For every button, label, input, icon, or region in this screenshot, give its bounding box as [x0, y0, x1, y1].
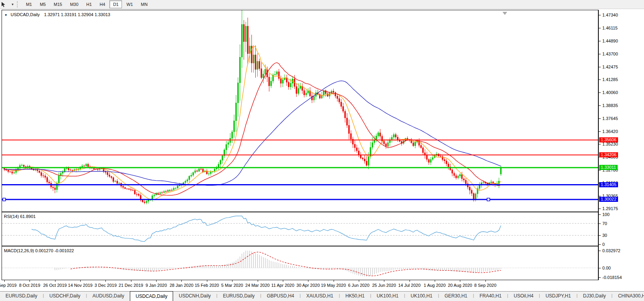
date-tick-label: 3 Dec 2019	[94, 283, 116, 288]
timeframe-button-w1[interactable]: W1	[123, 0, 137, 8]
chart-tab-dj30-daily[interactable]: DJ30,Daily	[578, 292, 611, 301]
chart-tab-usdcnh-daily[interactable]: USDCNH,Daily	[173, 292, 216, 301]
date-tick	[435, 280, 435, 282]
price-tick-label: 1.43700	[602, 52, 618, 56]
chart-shift-marker-icon[interactable]	[502, 12, 507, 15]
chart-ohlc-values: 1.32971 1.33191 1.32904 1.33013	[44, 12, 110, 17]
date-tick-label: 11 Apr 2020	[271, 283, 295, 288]
chart-tab-usdjpy-h1[interactable]: USDJPY,H1	[540, 292, 576, 301]
date-axis[interactable]: 19 Sep 20198 Oct 201926 Oct 201914 Nov 2…	[2, 280, 598, 291]
date-tick-label: 25 Jun 2020	[372, 283, 396, 288]
axis-tick	[599, 67, 601, 67]
macd-chart[interactable]	[2, 247, 598, 280]
date-tick-label: 8 Sep 2020	[474, 283, 496, 288]
axis-tick	[599, 54, 601, 54]
axis-tick	[599, 144, 601, 144]
axis-tick	[599, 105, 601, 106]
price-chart-panel[interactable]: ▼ USDCAD,Daily 1.32971 1.33191 1.32904 1…	[2, 10, 598, 211]
hline-handle[interactable]	[487, 198, 490, 201]
axis-tick	[599, 235, 601, 236]
timeframe-button-m1[interactable]: M1	[22, 0, 35, 8]
toolbar: ▼ M1M5M15M30H1H4D1W1MN	[0, 0, 644, 9]
price-tick-label: 1.38835	[602, 103, 618, 108]
chart-tab-audusd-daily[interactable]: AUDUSD,Daily	[87, 292, 130, 301]
chart-tab-usdchf-daily[interactable]: USDCHF,Daily	[44, 292, 86, 301]
chart-tab-hk50-h1[interactable]: HK50,H1	[340, 292, 370, 301]
date-tick	[283, 280, 283, 282]
price-tick-label: 1.42475	[602, 65, 618, 69]
date-tick	[384, 280, 384, 282]
macd-tick-label: -0.018154	[602, 275, 622, 280]
price-tick-label: 1.47340	[602, 13, 618, 17]
axis-tick	[599, 223, 601, 224]
chart-tab-ger30-h1[interactable]: GER30,H1	[439, 292, 473, 301]
axis-tick	[599, 79, 601, 80]
date-tick-label: 24 Mar 2020	[245, 283, 270, 288]
toolbar-grip[interactable]	[17, 1, 19, 7]
chart-tab-gbpusd-h4[interactable]: GBPUSD,H4	[261, 292, 299, 301]
date-tick	[131, 280, 131, 282]
date-tick-label: 20 Aug 2020	[448, 283, 472, 288]
axis-tick	[599, 118, 601, 119]
date-tick	[80, 280, 81, 282]
price-tick-label: 1.46115	[602, 26, 618, 30]
cursor-tool-button[interactable]	[0, 0, 11, 8]
date-tick	[181, 280, 182, 282]
axis-tick	[599, 268, 601, 268]
timeframe-button-m5[interactable]: M5	[36, 0, 49, 8]
chart-tab-usoil-h4[interactable]: USOil,H4	[508, 292, 539, 301]
chart-tab-fra40-h1[interactable]: FRA40,H1	[474, 292, 507, 301]
chart-tab-eurusd-daily[interactable]: EURUSD,Daily	[218, 292, 260, 301]
date-tick-label: 6 Jun 2020	[348, 283, 369, 288]
macd-tick-label: 0.00	[602, 266, 611, 270]
date-tick	[258, 280, 258, 282]
chart-menu-icon[interactable]: ▼	[4, 13, 7, 17]
rsi-chart[interactable]	[2, 212, 598, 246]
timeframe-button-m30[interactable]: M30	[66, 0, 82, 8]
axis-tick	[599, 277, 601, 278]
price-line-label-1.35606: 1.35606	[599, 137, 618, 142]
rsi-panel[interactable]: RSI(14) 61.8901	[2, 212, 598, 246]
chart-tab-usdcad-daily[interactable]: USDCAD,Daily	[130, 291, 173, 301]
date-tick-label: 14 Nov 2019	[68, 283, 92, 288]
price-tick-label: 1.29175	[602, 206, 618, 211]
date-tick-label: 1 Aug 2020	[424, 283, 446, 288]
chart-tab-uk100-h1[interactable]: UK100,H1	[371, 292, 404, 301]
ma-mid-line	[4, 63, 501, 195]
date-tick	[232, 280, 233, 282]
chart-title: ▼ USDCAD,Daily 1.32971 1.33191 1.32904 1…	[4, 12, 110, 17]
date-tick-label: 26 Oct 2019	[43, 283, 67, 288]
date-tick-label: 15 Feb 2020	[195, 283, 219, 288]
candlestick-chart[interactable]	[2, 10, 598, 211]
price-line-label-1.33011: 1.33011	[599, 165, 618, 170]
rsi-tick-label: 30	[602, 233, 607, 238]
timeframe-button-h4[interactable]: H4	[96, 0, 109, 8]
macd-tick-label: 0.032972	[602, 248, 620, 253]
timeframe-button-h1[interactable]: H1	[83, 0, 95, 8]
hline-handle[interactable]	[3, 198, 6, 201]
chart-tab-bar: EURUSD,Daily|USDCHF,Daily|AUDUSD,DailyUS…	[0, 291, 644, 301]
chart-window[interactable]: ▼ USDCAD,Daily 1.32971 1.33191 1.32904 1…	[2, 10, 598, 280]
axis-tick	[599, 209, 601, 209]
chart-tab-eurusd-daily[interactable]: EURUSD,Daily	[0, 292, 43, 301]
price-line-label-1.31405: 1.31405	[599, 182, 618, 187]
timeframe-button-mn[interactable]: MN	[137, 0, 151, 8]
axis-tick	[599, 251, 601, 251]
chart-tab-xauusd-h1[interactable]: XAUUSD,H1	[301, 292, 339, 301]
macd-panel[interactable]: MACD(12,26,9) 0.001270 -0.001022	[2, 247, 598, 280]
date-tick-label: 21 Dec 2019	[119, 283, 143, 288]
price-line-label-1.30022: 1.30022	[599, 197, 618, 202]
date-tick	[156, 280, 157, 282]
price-tick-label: 1.40060	[602, 90, 618, 95]
date-tick-label: 14 Jul 2020	[398, 283, 421, 288]
date-tick-label: 19 Sep 2019	[0, 283, 17, 288]
chart-tab-china300-h1[interactable]: CHINA300,H1	[613, 292, 644, 301]
axis-tick	[599, 92, 601, 93]
timeframe-button-d1[interactable]: D1	[109, 0, 122, 8]
price-tick-label: 1.44890	[602, 39, 618, 43]
timeframe-button-m15[interactable]: M15	[50, 0, 65, 8]
axis-tick	[599, 170, 601, 170]
cursor-tool-dropdown-icon[interactable]: ▼	[11, 3, 14, 6]
price-axis[interactable]: 1.473401.461151.448901.437001.424751.412…	[598, 10, 644, 280]
chart-tab-uk100-h1[interactable]: UK100,H1	[405, 292, 438, 301]
